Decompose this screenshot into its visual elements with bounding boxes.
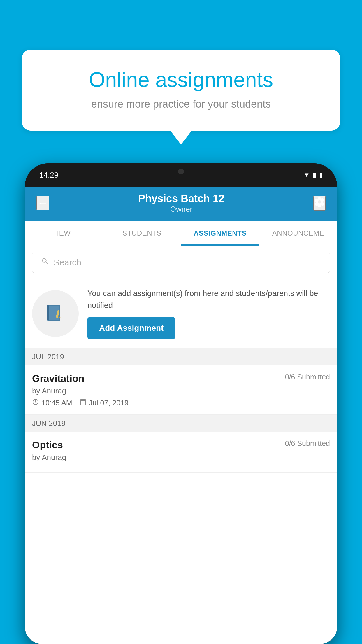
promo-icon-circle — [32, 290, 79, 337]
status-icons: ▼ ▮ ▮ — [303, 171, 323, 179]
back-button[interactable]: ← — [36, 196, 49, 210]
assignment-row: Optics 0/6 Submitted — [32, 439, 330, 451]
signal-icon: ▮ — [313, 171, 316, 179]
search-container: Search — [25, 246, 337, 279]
app-header: ← Physics Batch 12 Owner — [25, 187, 337, 221]
search-box[interactable]: Search — [32, 252, 330, 273]
svg-rect-4 — [48, 312, 48, 313]
battery-icon: ▮ — [319, 171, 323, 179]
add-assignment-button[interactable]: Add Assignment — [87, 317, 175, 339]
promo-text: You can add assignment(s) from here and … — [87, 288, 330, 311]
time-value: 10:45 AM — [41, 399, 72, 407]
assignment-meta: 10:45 AM Jul 07, 2019 — [32, 398, 330, 407]
status-time: 14:29 — [39, 171, 58, 180]
search-placeholder: Search — [54, 258, 81, 267]
add-assignment-promo: You can add assignment(s) from here and … — [25, 279, 337, 348]
assignment-name: Gravitation — [32, 373, 84, 384]
wifi-icon: ▼ — [303, 171, 310, 179]
assignment-submitted: 0/6 Submitted — [285, 439, 330, 448]
bubble-title: Online assignments — [42, 67, 320, 92]
phone-frame: 14:29 ▼ ▮ ▮ ← Physics Batch 12 Owner — [25, 163, 337, 644]
bubble-subtitle: ensure more practice for your students — [42, 98, 320, 110]
speech-bubble-container: Online assignments ensure more practice … — [22, 50, 340, 131]
tab-announcements[interactable]: ANNOUNCEME — [259, 221, 337, 246]
section-header-jul: JUL 2019 — [25, 348, 337, 365]
search-icon — [41, 257, 49, 267]
batch-name: Physics Batch 12 — [138, 192, 224, 205]
assignment-date: Jul 07, 2019 — [80, 398, 129, 407]
notebook-icon — [44, 302, 67, 325]
assignment-author: by Anurag — [32, 453, 330, 462]
section-header-jun: JUN 2019 — [25, 415, 337, 432]
assignment-author: by Anurag — [32, 386, 330, 396]
settings-button[interactable] — [313, 196, 326, 211]
phone-screen: ← Physics Batch 12 Owner IEW STUDENTS AS… — [25, 187, 337, 644]
tabs-bar: IEW STUDENTS ASSIGNMENTS ANNOUNCEME — [25, 221, 337, 246]
assignment-time: 10:45 AM — [32, 398, 72, 407]
svg-rect-5 — [48, 315, 48, 317]
assignment-name: Optics — [32, 439, 63, 451]
status-bar: 14:29 ▼ ▮ ▮ — [25, 163, 337, 187]
tab-assignments[interactable]: ASSIGNMENTS — [181, 221, 259, 246]
camera — [178, 169, 184, 174]
clock-icon — [32, 398, 39, 407]
svg-rect-3 — [48, 308, 48, 309]
speech-bubble: Online assignments ensure more practice … — [22, 50, 340, 131]
assignment-submitted: 0/6 Submitted — [285, 373, 330, 381]
batch-role: Owner — [138, 205, 224, 214]
assignment-item-gravitation[interactable]: Gravitation 0/6 Submitted by Anurag 10:4… — [25, 365, 337, 415]
tab-students[interactable]: STUDENTS — [103, 221, 181, 246]
header-title-area: Physics Batch 12 Owner — [138, 192, 224, 214]
assignment-row: Gravitation 0/6 Submitted — [32, 373, 330, 384]
notch — [158, 163, 204, 179]
promo-content: You can add assignment(s) from here and … — [87, 288, 330, 339]
assignment-item-optics[interactable]: Optics 0/6 Submitted by Anurag — [25, 432, 337, 473]
calendar-icon — [80, 398, 87, 407]
gear-icon — [314, 196, 325, 207]
tab-iew[interactable]: IEW — [25, 221, 103, 246]
date-value: Jul 07, 2019 — [89, 399, 129, 407]
